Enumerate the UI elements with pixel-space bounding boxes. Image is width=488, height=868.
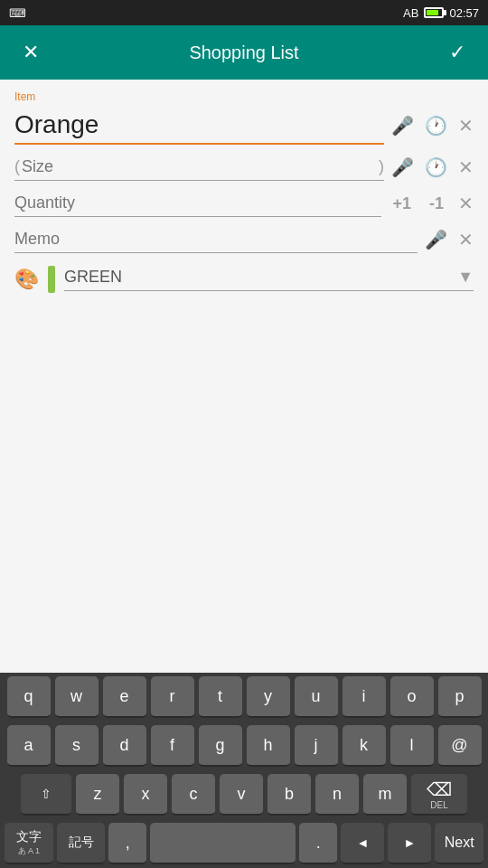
item-label: Item [14,90,474,103]
key-j[interactable]: j [295,725,338,767]
quantity-input-wrapper [14,190,381,217]
left-arrow-key[interactable]: ◄ [341,823,384,864]
key-s[interactable]: s [55,725,99,767]
key-f[interactable]: f [151,725,194,767]
time: 02:57 [449,6,479,20]
key-at[interactable]: @ [438,725,482,767]
key-i[interactable]: i [343,676,386,718]
delete-key[interactable]: ⌫ DEL [411,774,467,816]
item-input-wrapper [14,107,384,145]
size-history-icon[interactable]: 🕐 [425,156,447,178]
memo-clear-icon[interactable]: ✕ [458,229,474,250]
key-l[interactable]: l [390,725,434,767]
color-select[interactable]: GREEN ▼ [64,268,474,291]
key-e[interactable]: e [103,676,146,718]
key-v[interactable]: v [220,774,263,816]
memo-mic-icon[interactable]: 🎤 [425,229,447,250]
key-m[interactable]: m [363,774,407,816]
size-input-wrapper: ( ) [14,154,384,181]
kana-switch-key[interactable]: 文字 あ A 1 [5,823,53,864]
app-title: Shopping List [47,42,441,63]
quantity-icons: +1 -1 ✕ [389,193,474,215]
battery-label: AB [403,6,418,20]
key-row-1: q w e r t y u i o p [0,673,488,722]
battery-icon [424,7,444,18]
key-w[interactable]: w [55,676,99,718]
color-row: 🎨 GREEN ▼ [14,262,474,297]
app-bar: ✕ Shopping List ✓ [0,25,488,80]
key-r[interactable]: r [151,676,194,718]
key-k[interactable]: k [343,725,386,767]
key-u[interactable]: u [295,676,338,718]
key-a[interactable]: a [7,725,51,767]
keyboard-icon: ⌨ [9,6,26,20]
size-clear-icon[interactable]: ✕ [458,156,474,178]
key-n[interactable]: n [315,774,359,816]
next-key[interactable]: Next [435,823,483,864]
item-mic-icon[interactable]: 🎤 [391,115,414,137]
confirm-button[interactable]: ✓ [441,41,474,64]
item-clear-icon[interactable]: ✕ [458,115,474,137]
keyboard: q w e r t y u i o p a s d f g h j k l @ … [0,673,488,868]
color-value: GREEN [64,268,457,287]
key-comma[interactable]: , [108,823,146,864]
memo-field-row: 🎤 ✕ [14,226,474,253]
item-history-icon[interactable]: 🕐 [425,115,447,137]
key-q[interactable]: q [7,676,51,718]
quantity-input[interactable] [14,190,381,216]
key-g[interactable]: g [199,725,242,767]
memo-input[interactable] [14,226,418,252]
key-row-2: a s d f g h j k l @ [0,722,488,770]
space-key[interactable] [150,823,296,864]
close-button[interactable]: ✕ [14,41,47,64]
key-b[interactable]: b [267,774,311,816]
key-t[interactable]: t [199,676,242,718]
key-c[interactable]: c [172,774,215,816]
key-row-4: 文字 あ A 1 記号 , . ◄ ► Next [0,819,488,868]
key-y[interactable]: y [247,676,290,718]
size-suffix: ) [377,157,384,176]
key-d[interactable]: d [103,725,146,767]
key-row-3: ⇧ z x c v b n m ⌫ DEL [0,770,488,819]
item-field-row: 🎤 🕐 ✕ [14,107,474,145]
symbol-key[interactable]: 記号 [57,823,106,864]
quantity-minus-button[interactable]: -1 [426,193,447,215]
quantity-clear-icon[interactable]: ✕ [458,193,474,214]
quantity-field-row: +1 -1 ✕ [14,190,474,217]
key-h[interactable]: h [247,725,290,767]
size-icons: 🎤 🕐 ✕ [391,156,474,178]
palette-icon[interactable]: 🎨 [14,268,39,291]
item-icons: 🎤 🕐 ✕ [391,115,474,137]
quantity-plus-button[interactable]: +1 [389,193,415,215]
right-arrow-key[interactable]: ► [388,823,431,864]
status-bar: ⌨ AB 02:57 [0,0,488,25]
size-field-row: ( ) 🎤 🕐 ✕ [14,154,474,181]
size-prefix: ( [14,157,22,176]
shift-key[interactable]: ⇧ [21,774,71,816]
item-input[interactable] [14,107,384,143]
memo-input-wrapper [14,226,418,253]
key-o[interactable]: o [390,676,434,718]
color-indicator [48,266,55,293]
size-input[interactable] [22,154,377,180]
key-z[interactable]: z [76,774,119,816]
key-p[interactable]: p [438,676,482,718]
memo-icons: 🎤 ✕ [425,229,474,250]
color-dropdown-icon[interactable]: ▼ [457,268,474,287]
form-area: Item 🎤 🕐 ✕ ( ) 🎤 🕐 ✕ +1 -1 [0,80,488,304]
size-mic-icon[interactable]: 🎤 [391,156,414,178]
key-period[interactable]: . [299,823,337,864]
key-x[interactable]: x [124,774,167,816]
